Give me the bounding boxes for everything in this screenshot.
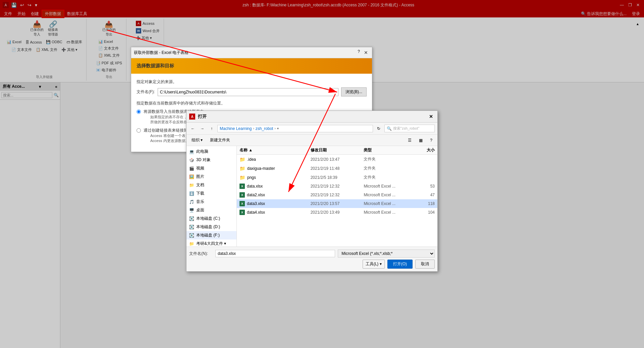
search-box-nav[interactable]: 🔍 搜索"zsh_robot" xyxy=(384,125,435,132)
nav-forward-btn[interactable]: → xyxy=(199,125,206,132)
file-item-idea[interactable]: 📁 .idea 2021/2/20 13:47 文件夹 xyxy=(237,155,437,164)
path-segment-2[interactable]: zsh_robot xyxy=(256,126,273,131)
path-bar: Machine Learning › zsh_robot › ▾ xyxy=(217,125,373,132)
view-list-btn[interactable]: ☰ xyxy=(406,137,414,144)
file-name-data4: data4.xlsx xyxy=(247,210,265,215)
search-nav-icon: 🔍 xyxy=(387,126,392,131)
sidebar-3d[interactable]: 🎲 3D 对象 xyxy=(186,156,236,164)
import-dialog-help[interactable]: ? xyxy=(358,49,360,56)
file-item-data3[interactable]: X data3.xlsx 2021/2/20 13:57 Microsoft E… xyxy=(237,199,437,208)
file-dialog-titlebar: A 打开 ✕ xyxy=(186,111,437,123)
nav-refresh-btn[interactable]: ↻ xyxy=(375,125,382,132)
file-name-data3: data3.xlsx xyxy=(247,201,265,206)
file-size-data2: 47 xyxy=(417,193,435,197)
file-date-idea: 2021/2/20 13:47 xyxy=(311,157,364,162)
sidebar-documents[interactable]: 📁 文档 xyxy=(186,181,236,189)
path-arrow-2: › xyxy=(274,127,275,130)
nav-up-btn[interactable]: ↑ xyxy=(208,125,215,132)
file-item-name-data4: X data4.xlsx xyxy=(239,210,311,215)
file-size-data3: 118 xyxy=(417,201,435,206)
file-type-data2: Microsoft Excel ... xyxy=(364,193,417,197)
file-date-daxigua: 2021/2/19 11:48 xyxy=(311,166,364,171)
file-date-pngs: 2021/2/5 18:39 xyxy=(311,175,364,180)
file-item-data1[interactable]: X data.xlsx 2021/2/19 12:32 Microsoft Ex… xyxy=(237,182,437,191)
footer-filetype-select[interactable]: Microsoft Excel (*.xls;*.xlsb;* xyxy=(338,250,435,258)
sidebar-desktop[interactable]: 🖥️ 桌面 xyxy=(186,206,236,214)
col-date[interactable]: 修改日期 xyxy=(311,147,364,153)
excel-icon-data2: X xyxy=(239,192,245,198)
sidebar-computer[interactable]: 💻 此电脑 xyxy=(186,147,236,156)
file-open-dialog: A 打开 ✕ ← → ↑ Machine Learning › zsh_robo… xyxy=(186,111,438,272)
file-label: 文件名(F): xyxy=(137,89,155,95)
browse-btn[interactable]: 浏览(B)... xyxy=(341,87,367,96)
sidebar-drive-c-label: 本地磁盘 (C:) xyxy=(196,216,220,221)
downloads-icon: ⬇️ xyxy=(189,191,194,196)
file-dialog-body: 💻 此电脑 🎲 3D 对象 🎬 视频 🖼️ 图片 📁 文档 ⬇️ 下载 xyxy=(186,146,437,247)
sidebar-drive-f[interactable]: 💽 本地磁盘 (F:) xyxy=(186,231,236,239)
help-btn[interactable]: ? xyxy=(428,137,435,144)
file-type-data3: Microsoft Excel ... xyxy=(364,201,417,206)
search-nav-placeholder: 搜索"zsh_robot" xyxy=(393,126,419,131)
footer-filename-input[interactable] xyxy=(215,250,335,257)
computer-icon: 💻 xyxy=(189,149,194,154)
drive-f-icon: 💽 xyxy=(189,233,194,238)
col-size[interactable]: 大小 xyxy=(417,147,435,153)
sidebar-pictures[interactable]: 🖼️ 图片 xyxy=(186,172,236,181)
file-date-data2: 2021/2/19 12:32 xyxy=(311,193,364,197)
import-dialog-titlebar: 获取外部数据 - Excel 电子表格 ? ✕ xyxy=(131,47,372,58)
footer-buttons: 工具(L) ▾ 打开(O) 取消 xyxy=(189,260,435,269)
sidebar-music-label: 音乐 xyxy=(196,199,204,205)
new-folder-btn[interactable]: 新建文件夹 xyxy=(208,136,232,144)
file-list: 📁 .idea 2021/2/20 13:47 文件夹 📁 daxigua-ma… xyxy=(237,155,437,247)
sidebar-drive-d[interactable]: 💽 本地磁盘 (D:) xyxy=(186,223,236,231)
tools-btn[interactable]: 工具(L) ▾ xyxy=(363,260,385,269)
section1-label: 指定对象定义的来源。 xyxy=(137,79,367,85)
file-item-data4[interactable]: X data4.xlsx 2021/2/20 13:49 Microsoft E… xyxy=(237,208,437,217)
sidebar-documents-label: 文档 xyxy=(196,182,204,188)
file-item-name-pngs: 📁 pngs xyxy=(239,175,311,180)
sidebar-downloads[interactable]: ⬇️ 下载 xyxy=(186,189,236,198)
file-dialog-nav: ← → ↑ Machine Learning › zsh_robot › ▾ ↻… xyxy=(186,123,437,135)
cancel-btn[interactable]: 取消 xyxy=(415,260,435,269)
file-item-name-data2: X data2.xlsx xyxy=(239,192,311,198)
file-dialog-close-btn[interactable]: ✕ xyxy=(427,113,435,120)
import-dialog-banner: 选择数据源和目标 xyxy=(131,58,372,74)
sidebar-video[interactable]: 🎬 视频 xyxy=(186,164,236,172)
file-main: 名称 ▲ 修改日期 类型 大小 📁 .idea 2021/2/20 13:47 … xyxy=(237,146,437,247)
path-segment-1[interactable]: Machine Learning xyxy=(220,126,252,131)
file-item-daxigua[interactable]: 📁 daxigua-master 2021/2/19 11:48 文件夹 xyxy=(237,164,437,173)
organize-btn[interactable]: 组织 ▾ xyxy=(189,136,205,144)
file-type-daxigua: 文件夹 xyxy=(364,165,417,171)
nav-back-btn[interactable]: ← xyxy=(189,125,197,132)
sidebar-downloads-label: 下载 xyxy=(196,191,204,196)
sidebar-computer-label: 此电脑 xyxy=(196,149,208,154)
sidebar-video-label: 视频 xyxy=(196,165,204,171)
file-toolbar: 组织 ▾ 新建文件夹 ☰ ▦ ? xyxy=(186,135,437,146)
3d-icon: 🎲 xyxy=(189,158,194,162)
file-type-data1: Microsoft Excel ... xyxy=(364,184,417,189)
footer-filename-label: 文件名(N): xyxy=(189,251,213,257)
file-type-idea: 文件夹 xyxy=(364,156,417,162)
col-name[interactable]: 名称 ▲ xyxy=(239,147,311,153)
file-input[interactable] xyxy=(158,88,338,96)
file-dialog-footer: 文件名(N): Microsoft Excel (*.xls;*.xlsb;* … xyxy=(186,247,437,271)
open-btn[interactable]: 打开(O) xyxy=(387,260,413,269)
radio1[interactable] xyxy=(137,110,141,114)
sidebar-study[interactable]: 📁 考研&大四文件 ▾ xyxy=(186,239,236,247)
sidebar-music[interactable]: 🎵 音乐 xyxy=(186,198,236,206)
file-item-pngs[interactable]: 📁 pngs 2021/2/5 18:39 文件夹 xyxy=(237,173,437,182)
radio2[interactable] xyxy=(137,128,141,133)
sidebar-drive-c[interactable]: 💽 本地磁盘 (C:) xyxy=(186,214,236,223)
file-item-data2[interactable]: X data2.xlsx 2021/2/19 12:32 Microsoft E… xyxy=(237,191,437,199)
excel-icon-data1: X xyxy=(239,184,245,189)
path-dropdown[interactable]: ▾ xyxy=(277,127,279,130)
view-pane-btn[interactable]: ▦ xyxy=(417,137,425,144)
file-row: 文件名(F): 浏览(B)... xyxy=(137,87,367,96)
file-item-name-idea: 📁 .idea xyxy=(239,157,311,162)
desktop-icon: 🖥️ xyxy=(189,208,194,213)
col-type[interactable]: 类型 xyxy=(364,147,417,153)
file-name-idea: .idea xyxy=(247,157,256,162)
file-type-data4: Microsoft Excel ... xyxy=(364,210,417,215)
import-dialog-header-text: 选择数据源和目标 xyxy=(137,63,174,69)
import-dialog-close[interactable]: ✕ xyxy=(363,49,369,56)
